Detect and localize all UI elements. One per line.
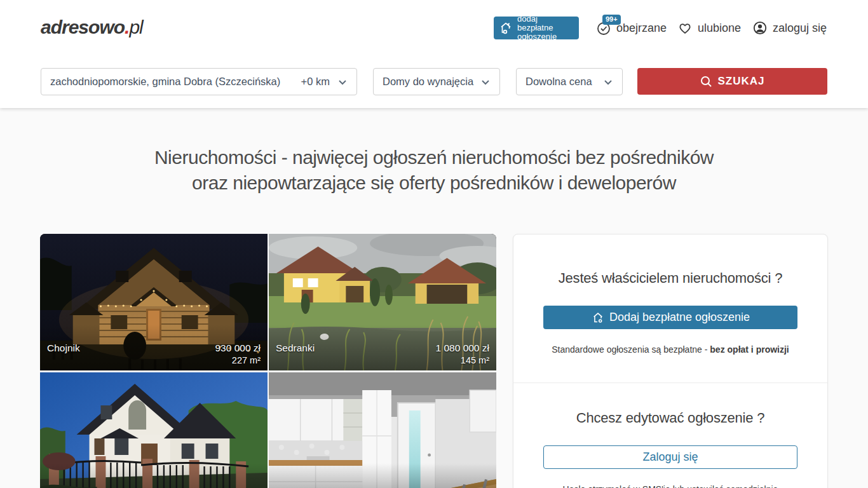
listing-name: Chojnik bbox=[47, 342, 215, 355]
house-plus-icon bbox=[498, 20, 513, 36]
caption-shade bbox=[40, 463, 268, 488]
login-button[interactable]: Zaloguj się bbox=[543, 445, 797, 469]
caption-shade bbox=[269, 463, 496, 488]
magnifier-icon bbox=[700, 75, 713, 88]
heart-icon bbox=[677, 20, 693, 36]
login-label: zaloguj się bbox=[773, 22, 827, 35]
property-type-value: Domy do wynajęcia bbox=[383, 76, 480, 88]
logo-text: adresowo bbox=[41, 17, 125, 37]
site-logo[interactable]: adresowo.pl bbox=[41, 17, 143, 38]
owner-section: Jesteś właścicielem nieruchomości ? Doda… bbox=[513, 234, 827, 383]
logo-tld: pl bbox=[129, 17, 142, 37]
search-button[interactable]: SZUKAJ bbox=[637, 68, 827, 95]
edit-section: Chcesz edytować ogłoszenie ? Zaloguj się… bbox=[513, 383, 827, 488]
radius-value: +0 km bbox=[301, 76, 330, 88]
login-link[interactable]: zaloguj się bbox=[752, 19, 827, 37]
listing-price: 1 080 000 zł bbox=[436, 342, 489, 355]
property-type-select[interactable]: Domy do wynajęcia bbox=[373, 68, 500, 95]
listings-grid: Chojnik 930 000 zł 227 m² bbox=[40, 234, 496, 488]
listing-tile[interactable]: Sedranki 1 080 000 zł 145 m² bbox=[269, 234, 496, 370]
chevron-down-icon bbox=[337, 77, 348, 87]
listing-caption: Chojnik 930 000 zł 227 m² bbox=[40, 339, 268, 370]
listing-area: 227 m² bbox=[215, 355, 261, 367]
page: adresowo.pl dodaj bezpłatne ogłoszenie bbox=[0, 0, 868, 488]
listing-tile[interactable]: Zagacie Podskale, ul. 1 055 000 zł bbox=[40, 372, 268, 488]
chevron-down-icon bbox=[480, 77, 491, 87]
location-input[interactable]: zachodniopomorskie, gmina Dobra (Szczeci… bbox=[41, 68, 357, 95]
listing-tile[interactable]: Warszawa Wola, ul. 950 000 zł bbox=[269, 372, 496, 488]
header: adresowo.pl dodaj bezpłatne ogłoszenie bbox=[0, 0, 868, 108]
listing-tile[interactable]: Chojnik 930 000 zł 227 m² bbox=[40, 234, 268, 370]
search-button-label: SZUKAJ bbox=[717, 75, 764, 88]
add-free-listing-label: Dodaj bezpłatne ogłoszenie bbox=[609, 311, 750, 324]
favorites-label: ulubione bbox=[698, 22, 741, 35]
viewed-link[interactable]: 99+ obejrzane bbox=[596, 19, 667, 37]
location-value: zachodniopomorskie, gmina Dobra (Szczeci… bbox=[50, 76, 301, 88]
listing-area: 145 m² bbox=[436, 355, 489, 367]
viewed-label: obejrzane bbox=[616, 22, 667, 35]
viewed-count-badge: 99+ bbox=[602, 15, 621, 25]
listing-name: Sedranki bbox=[276, 342, 436, 355]
listing-caption: Sedranki 1 080 000 zł 145 m² bbox=[269, 339, 496, 370]
add-free-listing-button[interactable]: Dodaj bezpłatne ogłoszenie bbox=[543, 306, 797, 329]
listing-price: 930 000 zł bbox=[215, 342, 261, 355]
add-listing-button[interactable]: dodaj bezpłatne ogłoszenie bbox=[494, 17, 579, 39]
check-circle-icon: 99+ bbox=[596, 20, 611, 36]
add-listing-label: dodaj bezpłatne ogłoszenie bbox=[517, 15, 574, 41]
house-plus-icon bbox=[591, 311, 605, 325]
owner-note: Standardowe ogłoszenia są bezpłatne - be… bbox=[539, 344, 802, 355]
owner-panel: Jesteś właścicielem nieruchomości ? Doda… bbox=[513, 234, 828, 488]
login-button-label: Zaloguj się bbox=[642, 451, 698, 464]
owner-heading: Jesteś właścicielem nieruchomości ? bbox=[539, 270, 802, 287]
person-circle-icon bbox=[752, 20, 768, 36]
page-title: Nieruchomości - najwięcej ogłoszeń nieru… bbox=[0, 145, 868, 196]
chevron-down-icon bbox=[603, 77, 613, 87]
price-value: Dowolna cena bbox=[526, 76, 603, 88]
price-select[interactable]: Dowolna cena bbox=[516, 68, 623, 95]
favorites-link[interactable]: ulubione bbox=[677, 19, 741, 37]
edit-note: Hasło otrzymałeś w SMS'ie lub ustawiłeś … bbox=[539, 484, 802, 488]
edit-heading: Chcesz edytować ogłoszenie ? bbox=[539, 410, 802, 426]
